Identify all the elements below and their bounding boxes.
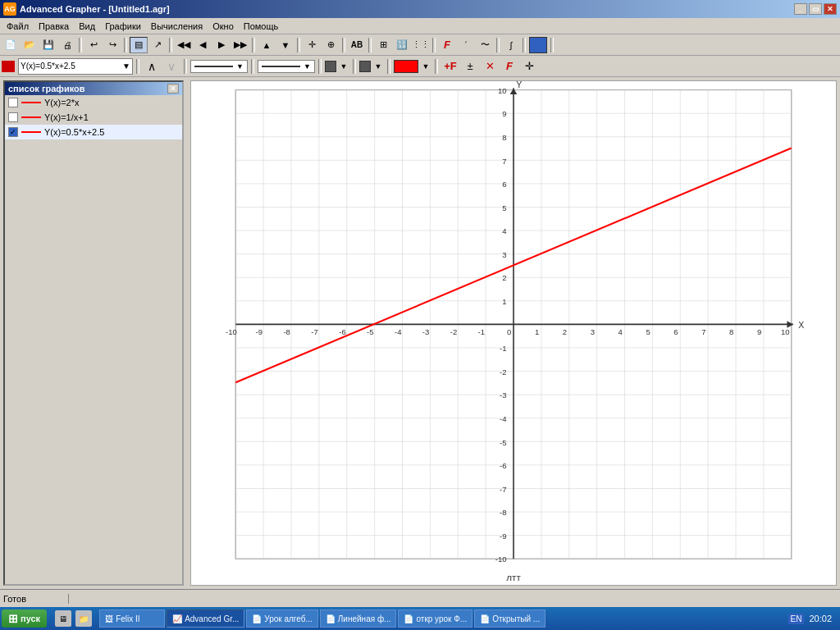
svg-text:4: 4 [619, 327, 623, 336]
taskbar-open1[interactable]: 📄откр урок Ф... [398, 609, 472, 628]
graph-label-2: Y(x)=1/x+1 [44, 112, 89, 122]
func-apos-button[interactable]: ′ [457, 37, 475, 53]
taskbar: ⊞ пуск 🖥 📁 🖼Felix II 📈Advanced Gr... 📄Ур… [0, 607, 840, 630]
svg-text:9: 9 [757, 327, 761, 336]
taskbar-felix[interactable]: 🖼Felix II [99, 609, 165, 628]
color-dropdown[interactable]: ▼ [420, 58, 431, 75]
undo-button[interactable]: ↩ [84, 37, 103, 53]
menu-calculate[interactable]: Вычисления [146, 20, 208, 33]
svg-text:-3: -3 [422, 327, 429, 336]
calc-button[interactable]: 🔢 [393, 37, 411, 53]
graph-item-1[interactable]: Y(x)=2*x [5, 95, 182, 110]
app-icon: AG [3, 2, 16, 16]
marker-dropdown[interactable]: ▼ [338, 58, 349, 75]
graph-func-button[interactable]: F [500, 58, 518, 75]
taskbar-advanced-grapher[interactable]: 📈Advanced Gr... [167, 609, 244, 628]
ab-button[interactable]: AB [348, 37, 366, 53]
svg-text:-10: -10 [495, 555, 507, 564]
print-button[interactable]: 🖨 [58, 37, 76, 53]
taskbar-open2[interactable]: 📄Открытый ... [474, 609, 546, 628]
sep15 [318, 59, 322, 74]
crosshair-button[interactable]: ✛ [303, 37, 321, 53]
graph-checkbox-1[interactable] [8, 98, 18, 107]
graph-canvas-area[interactable]: X Y -10 -9 -8 -7 -6 -5 -4 -3 -2 -1 0 1 2… [190, 80, 837, 586]
windows-icon: ⊞ [8, 612, 18, 625]
svg-text:-7: -7 [311, 327, 317, 336]
line-width-dropdown[interactable]: ▼ [258, 60, 315, 73]
graph-checkbox-3[interactable]: ✓ [8, 127, 18, 137]
func-F-button[interactable]: F [438, 37, 456, 53]
sep13 [184, 59, 187, 74]
graph-item-3[interactable]: ✓ Y(x)=0.5*x+2.5 [5, 125, 182, 139]
menu-view[interactable]: Вид [74, 20, 100, 33]
sep3 [169, 38, 172, 52]
graph-list-title: список графиков [8, 84, 85, 94]
menu-bar: Файл Правка Вид Графики Вычисления Окно … [0, 18, 840, 34]
svg-text:-1: -1 [500, 344, 506, 353]
graph-checkbox-2[interactable] [8, 112, 18, 122]
move-right-small[interactable]: ▶ [212, 37, 231, 53]
wave-button[interactable]: 〜 [476, 37, 494, 53]
select-button[interactable]: ▤ [130, 37, 148, 53]
plus-button[interactable]: ✛ [520, 58, 538, 75]
minimize-button[interactable]: _ [794, 3, 807, 15]
graph-list-header: список графиков ✕ [5, 82, 182, 95]
graph-list-close-button[interactable]: ✕ [167, 84, 179, 94]
sep9 [496, 38, 500, 52]
fill-dropdown[interactable]: ▼ [372, 58, 384, 75]
window-controls[interactable]: _ ▭ ✕ [794, 3, 837, 15]
redo-button[interactable]: ↪ [103, 37, 121, 53]
graph-line-sample-3 [21, 131, 41, 133]
delete-graph-button[interactable]: ✕ [481, 58, 499, 75]
svg-text:-8: -8 [500, 508, 506, 517]
move-left-small[interactable]: ◀ [194, 37, 212, 53]
menu-file[interactable]: Файл [2, 20, 34, 33]
taskbar-icon2: 📁 [75, 610, 92, 627]
open-button[interactable]: 📂 [21, 37, 39, 53]
add-graph-button[interactable]: +F [441, 58, 459, 75]
wave-up-button[interactable]: ∧ [143, 58, 161, 75]
graph-svg: X Y -10 -9 -8 -7 -6 -5 -4 -3 -2 -1 0 1 2… [191, 81, 836, 585]
graph-label-1: Y(x)=2*x [44, 98, 80, 107]
save-button[interactable]: 💾 [39, 37, 57, 53]
title-bar-left: AG Advanced Grapher - [Untitled1.agr] [3, 2, 170, 16]
table-button[interactable]: ⊞ [374, 37, 392, 53]
grid-button[interactable]: ⋮⋮ [412, 37, 430, 53]
svg-text:8: 8 [502, 133, 506, 142]
sep7 [368, 38, 372, 52]
wave-down-button[interactable]: ∨ [162, 58, 180, 75]
content-area: список графиков ✕ Y(x)=2*x Y(x)=1/x+1 ✓ … [0, 77, 840, 589]
move-left-button[interactable]: ◀◀ [175, 37, 193, 53]
main-content: список графиков ✕ Y(x)=2*x Y(x)=1/x+1 ✓ … [0, 77, 840, 589]
close-button[interactable]: ✕ [824, 3, 837, 15]
line-style-dropdown[interactable]: ▼ [190, 60, 248, 73]
integral-button[interactable]: ∫ [502, 37, 520, 53]
graph-item-2[interactable]: Y(x)=1/x+1 [5, 110, 182, 125]
menu-graphs[interactable]: Графики [100, 20, 146, 33]
move-right-button[interactable]: ▶▶ [231, 37, 249, 53]
main-color-box[interactable] [394, 60, 418, 73]
menu-help[interactable]: Помощь [239, 20, 284, 33]
menu-window[interactable]: Окно [208, 20, 239, 33]
restore-button[interactable]: ▭ [809, 3, 822, 15]
taskbar-algebra[interactable]: 📄Урок алгеб... [246, 609, 318, 628]
taskbar-linear[interactable]: 📄Линейная ф... [320, 609, 397, 628]
new-button[interactable]: 📄 [2, 37, 20, 53]
start-button[interactable]: ⊞ пуск [2, 609, 47, 628]
zoom-button[interactable]: ⊕ [322, 37, 340, 53]
toolbar-main: 📄 📂 💾 🖨 ↩ ↪ ▤ ↗ ◀◀ ◀ ▶ ▶▶ ▲ ▼ ✛ ⊕ AB ⊞ 🔢… [0, 34, 840, 56]
formula-dropdown[interactable]: Y(x)=0.5*x+2.5 ▼ [18, 58, 133, 75]
sep2 [124, 38, 127, 52]
menu-edit[interactable]: Правка [34, 20, 74, 33]
move-down-button[interactable]: ▼ [276, 37, 294, 53]
svg-text:-2: -2 [450, 327, 457, 336]
cursor-button[interactable]: ↗ [148, 37, 167, 53]
svg-text:1: 1 [535, 327, 539, 336]
move-up-button[interactable]: ▲ [258, 37, 276, 53]
sep16 [353, 59, 356, 74]
svg-text:8: 8 [729, 327, 733, 336]
edit-graph-button[interactable]: ± [461, 58, 479, 75]
svg-text:-7: -7 [500, 485, 506, 494]
graph-line-sample-1 [21, 102, 41, 103]
graph-list-panel: список графиков ✕ Y(x)=2*x Y(x)=1/x+1 ✓ … [3, 80, 184, 586]
